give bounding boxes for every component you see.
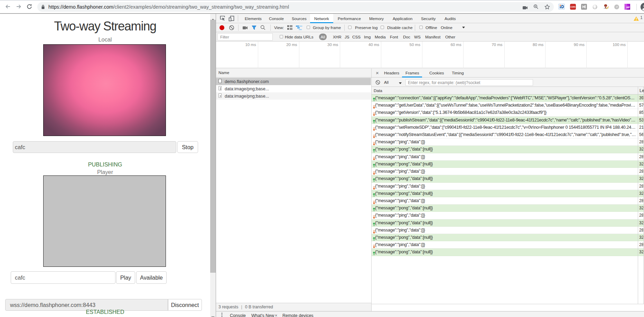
svg-text:CORS: CORS [570,6,576,8]
svg-text:RP: RP [626,6,630,9]
